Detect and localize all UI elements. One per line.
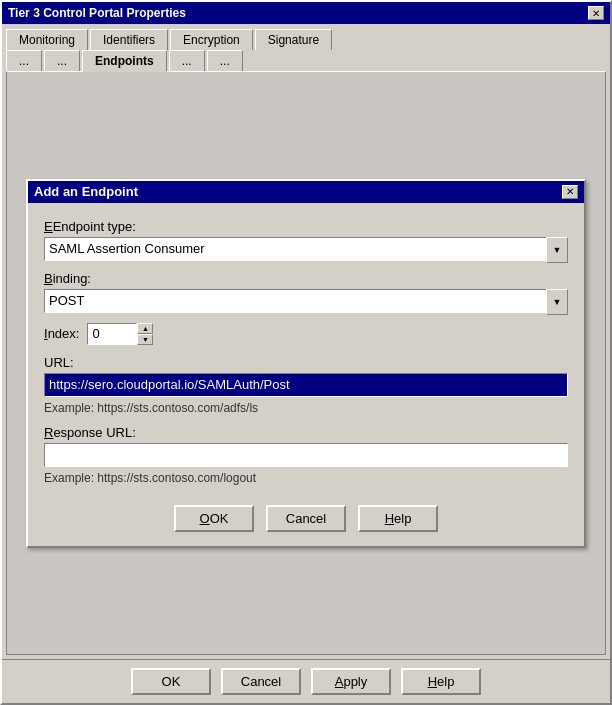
outer-cancel-button[interactable]: Cancel (221, 668, 301, 695)
outer-ok-button[interactable]: OK (131, 668, 211, 695)
spin-buttons: ▲ ▼ (137, 323, 153, 345)
modal-ok-button[interactable]: OOK (174, 505, 254, 532)
tab-row2-e[interactable]: ... (207, 50, 243, 72)
response-url-label: Response URL: (44, 425, 568, 440)
tab-bar-row1: Monitoring Identifiers Encryption Signat… (2, 24, 610, 49)
tab-signature[interactable]: Signature (255, 29, 332, 50)
tab-monitoring[interactable]: Monitoring (6, 29, 88, 50)
binding-select[interactable]: POST GET Redirect Artifact (44, 289, 568, 313)
modal-title-bar: Add an Endpoint ✕ (28, 181, 584, 203)
endpoint-type-label: EEndpoint type: (44, 219, 568, 234)
binding-select-wrapper: POST GET Redirect Artifact (44, 289, 568, 313)
window-close-button[interactable]: ✕ (588, 6, 604, 20)
binding-label: Binding: (44, 271, 568, 286)
index-input[interactable] (87, 323, 137, 345)
spin-up-button[interactable]: ▲ (137, 323, 153, 334)
index-group: Index: ▲ ▼ (44, 323, 568, 345)
tab-row2-d[interactable]: ... (169, 50, 205, 72)
modal-cancel-button[interactable]: Cancel (266, 505, 346, 532)
url-group: URL: Example: https://sts.contoso.com/ad… (44, 355, 568, 415)
outer-button-area: OK Cancel Apply Help (2, 659, 610, 703)
tab-endpoints[interactable]: Endpoints (82, 50, 167, 72)
response-url-input[interactable] (44, 443, 568, 467)
binding-group: Binding: POST GET Redirect Artifact (44, 271, 568, 313)
modal-button-row: OOK Cancel Help (28, 497, 584, 546)
add-endpoint-dialog: Add an Endpoint ✕ EEndpoint type: SAML A… (26, 179, 586, 548)
response-url-example: Example: https://sts.contoso.com/logout (44, 471, 568, 485)
endpoint-type-group: EEndpoint type: SAML Assertion Consumer … (44, 219, 568, 261)
window-title: Tier 3 Control Portal Properties (8, 6, 186, 20)
outer-help-button[interactable]: Help (401, 668, 481, 695)
outer-apply-button[interactable]: Apply (311, 668, 391, 695)
modal-title: Add an Endpoint (34, 184, 138, 199)
spin-down-button[interactable]: ▼ (137, 334, 153, 345)
modal-overlay: Add an Endpoint ✕ EEndpoint type: SAML A… (7, 72, 605, 654)
tab-identifiers[interactable]: Identifiers (90, 29, 168, 50)
outer-window: Tier 3 Control Portal Properties ✕ Monit… (0, 0, 612, 705)
modal-help-button[interactable]: Help (358, 505, 438, 532)
url-input[interactable] (44, 373, 568, 397)
modal-close-button[interactable]: ✕ (562, 185, 578, 199)
outer-content-area: Add an Endpoint ✕ EEndpoint type: SAML A… (6, 71, 606, 655)
endpoint-type-select-wrapper: SAML Assertion Consumer SAML Artifact Co… (44, 237, 568, 261)
tab-encryption[interactable]: Encryption (170, 29, 253, 50)
index-spinner: ▲ ▼ (87, 323, 153, 345)
endpoint-type-select[interactable]: SAML Assertion Consumer SAML Artifact Co… (44, 237, 568, 261)
tab-row2-b[interactable]: ... (44, 50, 80, 72)
index-label: Index: (44, 326, 79, 341)
tab-row2-a[interactable]: ... (6, 50, 42, 72)
response-url-group: Response URL: Example: https://sts.conto… (44, 425, 568, 485)
tab-bar-row2: ... ... Endpoints ... ... (2, 49, 610, 71)
title-bar: Tier 3 Control Portal Properties ✕ (2, 2, 610, 24)
modal-body: EEndpoint type: SAML Assertion Consumer … (28, 203, 584, 497)
url-label: URL: (44, 355, 568, 370)
url-example: Example: https://sts.contoso.com/adfs/ls (44, 401, 568, 415)
